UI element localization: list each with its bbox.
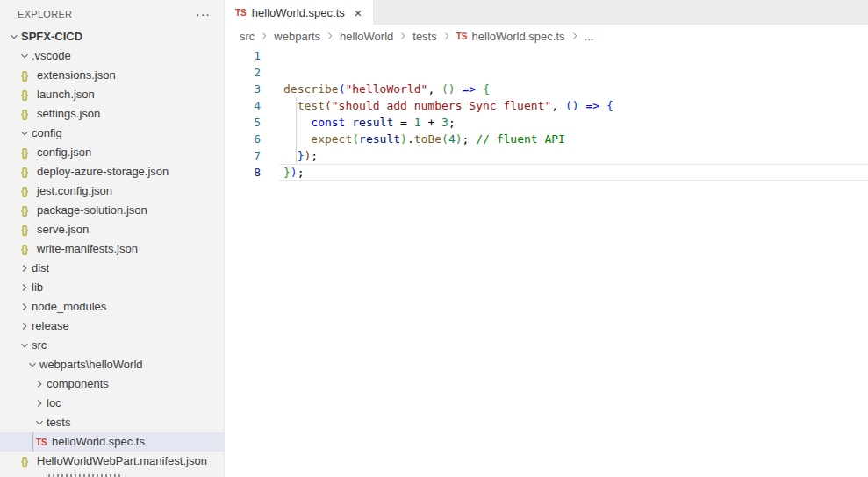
chevron-down-icon[interactable] — [18, 338, 32, 352]
breadcrumb: srcwebpartshelloWorldtestsTShelloWorld.s… — [225, 25, 868, 47]
breadcrumb-item-webparts[interactable]: webparts — [274, 30, 320, 43]
tree-item-deploy-azure-storage-json[interactable]: {}deploy-azure-storage.json — [0, 162, 224, 182]
chevron-down-icon[interactable] — [7, 30, 21, 44]
tree-item-label: helloWorld.spec.ts — [52, 435, 145, 449]
line-number: 8 — [225, 164, 261, 181]
chevron-right-icon[interactable] — [18, 300, 32, 314]
tree-item-tests[interactable]: tests — [0, 413, 224, 432]
chevron-right-icon[interactable] — [18, 319, 32, 333]
tree-item-label: lib — [32, 281, 43, 295]
chevron-right-icon[interactable] — [18, 261, 32, 275]
tree-item-label: .vscode — [32, 49, 71, 63]
tree-item-label: serve.json — [37, 223, 89, 237]
tree-item-label: src — [32, 338, 47, 352]
line-number: 4 — [225, 97, 261, 114]
explorer-sidebar: EXPLORER ··· SPFX-CICD.vscode{}extension… — [0, 0, 225, 477]
tree-item-loc[interactable]: loc — [0, 394, 224, 413]
breadcrumb-item-helloworld[interactable]: helloWorld — [340, 30, 393, 43]
tree-item-label: tests — [47, 416, 70, 430]
chevron-down-icon[interactable] — [32, 416, 47, 430]
tree-item-release[interactable]: release — [0, 317, 224, 336]
tab-helloworld-spec[interactable]: TS helloWorld.spec.ts × — [225, 0, 374, 25]
code-editor[interactable]: 123describe("helloWorld", () => {4 test(… — [225, 47, 868, 181]
code-line-5[interactable]: 5 const result = 1 + 3; — [225, 114, 868, 131]
chevron-right-icon[interactable] — [18, 281, 32, 295]
code-line-3[interactable]: 3describe("helloWorld", () => { — [225, 81, 868, 97]
tree-item-label: webparts\helloWorld — [39, 358, 143, 372]
tree-item-jest-config-json[interactable]: {}jest.config.json — [0, 182, 224, 201]
json-file-icon: {} — [21, 223, 27, 237]
breadcrumb-ellipsis[interactable]: ... — [585, 30, 594, 43]
chevron-right-icon[interactable] — [32, 396, 47, 410]
json-file-icon: {} — [21, 88, 27, 102]
json-file-icon: {} — [21, 184, 27, 198]
tree-item-label: HelloWorldWebPart.manifest.json — [37, 454, 207, 468]
line-number: 7 — [225, 147, 261, 164]
chevron-down-icon[interactable] — [25, 358, 39, 372]
code-line-content: test("should add numbers Sync fluent", (… — [261, 97, 613, 114]
close-icon[interactable]: × — [350, 5, 366, 20]
chevron-down-icon[interactable] — [18, 49, 32, 63]
line-number: 5 — [225, 114, 261, 131]
tree-item-label: dist — [32, 261, 49, 275]
code-line-2[interactable]: 2 — [225, 64, 868, 81]
typescript-file-icon: TS — [36, 435, 47, 449]
code-line-8[interactable]: 8}); — [225, 164, 868, 181]
json-file-icon: {} — [21, 107, 27, 121]
editor-area: TS helloWorld.spec.ts × srcwebpartshello… — [225, 0, 868, 477]
code-line-content: expect(result).toBe(4); // fluent API — [261, 131, 565, 147]
tree-item-spfx-cicd[interactable]: SPFX-CICD — [0, 27, 224, 46]
tree-item-label: settings.json — [37, 107, 100, 121]
tree-item-lib[interactable]: lib — [0, 278, 224, 297]
tree-item-serve-json[interactable]: {}serve.json — [0, 220, 224, 239]
tree-item-config-json[interactable]: {}config.json — [0, 143, 224, 162]
code-line-content — [261, 64, 283, 81]
tree-item-helloworldwebpart-manifest-json[interactable]: {}HelloWorldWebPart.manifest.json — [0, 452, 224, 471]
tab-label: helloWorld.spec.ts — [252, 6, 345, 19]
tree-item-launch-json[interactable]: {}launch.json — [0, 85, 224, 104]
indent-guide — [32, 432, 33, 452]
breadcrumb-item-tests[interactable]: tests — [412, 30, 436, 43]
code-line-4[interactable]: 4 test("should add numbers Sync fluent",… — [225, 97, 868, 114]
tree-item-src[interactable]: src — [0, 336, 224, 355]
chevron-right-icon — [324, 30, 336, 42]
clipped-row — [0, 471, 224, 477]
typescript-file-icon: TS — [235, 8, 247, 18]
tree-item-node-modules[interactable]: node_modules — [0, 297, 224, 317]
code-line-content: }); — [261, 164, 304, 181]
more-actions-icon[interactable]: ··· — [196, 10, 211, 18]
breadcrumb-label: tests — [412, 30, 436, 43]
tree-item-extensions-json[interactable]: {}extensions.json — [0, 66, 224, 85]
tree-item-label: release — [32, 319, 69, 333]
line-number: 2 — [225, 64, 261, 81]
breadcrumb-label: helloWorld.spec.ts — [472, 30, 565, 43]
tab-bar: TS helloWorld.spec.ts × — [225, 0, 868, 25]
code-line-7[interactable]: 7 }); — [225, 147, 868, 164]
json-file-icon: {} — [21, 146, 27, 160]
chevron-down-icon[interactable] — [18, 126, 32, 140]
tree-item-package-solution-json[interactable]: {}package-solution.json — [0, 201, 224, 220]
code-line-6[interactable]: 6 expect(result).toBe(4); // fluent API — [225, 131, 868, 147]
tree-item-helloworld-spec-ts[interactable]: TShelloWorld.spec.ts — [0, 432, 224, 452]
code-line-1[interactable]: 1 — [225, 47, 868, 64]
chevron-right-icon[interactable] — [32, 377, 47, 391]
breadcrumb-item-helloworld-spec-ts[interactable]: TShelloWorld.spec.ts — [456, 30, 565, 43]
tree-item-label: package-solution.json — [37, 203, 147, 217]
tree-item-label: write-manifests.json — [37, 242, 138, 256]
tree-item-label: components — [47, 377, 109, 391]
explorer-title: EXPLORER — [18, 9, 72, 19]
tree-item-config[interactable]: config — [0, 124, 224, 143]
tree-item-label: config.json — [37, 146, 91, 160]
tree-item-components[interactable]: components — [0, 374, 224, 394]
tree-item-webparts-helloworld[interactable]: webparts\helloWorld — [0, 355, 224, 374]
breadcrumb-label: helloWorld — [340, 30, 393, 43]
tree-item-write-manifests-json[interactable]: {}write-manifests.json — [0, 239, 224, 259]
tree-item-dist[interactable]: dist — [0, 259, 224, 278]
tree-item-label: extensions.json — [37, 68, 116, 82]
tree-item-settings-json[interactable]: {}settings.json — [0, 104, 224, 124]
breadcrumb-item-src[interactable]: src — [240, 30, 255, 43]
breadcrumb-label: webparts — [274, 30, 320, 43]
tree-item-label: deploy-azure-storage.json — [37, 165, 169, 179]
tree-item-vscode[interactable]: .vscode — [0, 46, 224, 66]
line-number: 1 — [225, 47, 261, 64]
